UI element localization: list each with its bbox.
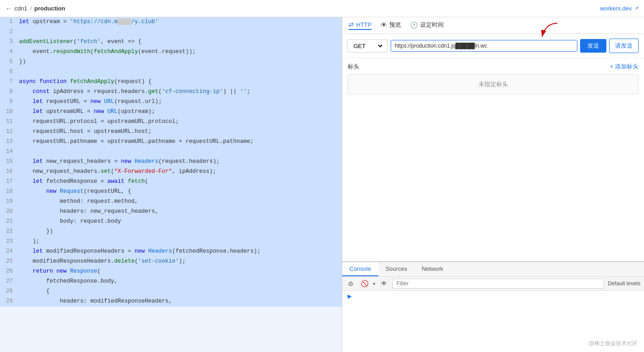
line-number: 25 xyxy=(0,257,17,266)
code-line: 15 let new_request_headers = new Headers… xyxy=(0,157,342,167)
console-filter-input[interactable] xyxy=(392,279,604,288)
code-line: 7async function fetchAndApply(request) { xyxy=(0,77,342,87)
method-dropdown[interactable]: GET POST PUT DELETE xyxy=(352,42,384,50)
line-number: 14 xyxy=(0,147,17,156)
line-code: requestURL.host = upstreamURL.host; xyxy=(17,127,342,137)
time-icon: 🕐 xyxy=(410,21,418,29)
line-number: 18 xyxy=(0,187,17,196)
dropdown-arrow-icon: ▾ xyxy=(373,281,375,286)
url-input[interactable]: https://production.cdn1.jq█████ln.wc xyxy=(391,40,577,52)
code-line: 17 let fetchedResponse = await fetch( xyxy=(0,177,342,187)
tab-preview-label: 预览 xyxy=(389,21,401,29)
line-number: 2 xyxy=(0,27,17,36)
line-code: addEventListener('fetch', event => { xyxy=(17,37,342,47)
watermark: @稀土掘金技术社区 xyxy=(589,340,638,347)
line-code: modifiedResponseHeaders.delete('set-cook… xyxy=(17,257,342,266)
console-block-button[interactable]: 🚫 xyxy=(359,279,369,288)
tab-time[interactable]: 🕐 设定时间 xyxy=(410,21,444,30)
code-line: 20 headers: new_request_headers, xyxy=(0,207,342,217)
tab-preview[interactable]: 👁 预览 xyxy=(381,21,401,30)
code-line: 12 requestURL.host = upstreamURL.host; xyxy=(0,127,342,137)
external-link-icon[interactable]: ↗ xyxy=(634,5,639,11)
tab-http-label: HTTP xyxy=(356,21,372,28)
line-number: 8 xyxy=(0,87,17,96)
code-line: 8 const ipAddress = request.headers.get(… xyxy=(0,87,342,97)
tab-time-label: 设定时间 xyxy=(420,21,444,29)
line-number: 9 xyxy=(0,97,17,106)
headers-section: 标头 + 添加标头 未指定标头 xyxy=(342,58,644,261)
console-eye-button[interactable]: 👁 xyxy=(379,279,389,288)
code-line: 23 ); xyxy=(0,237,342,247)
line-code: event.respondWith(fetchAndApply(event.re… xyxy=(17,47,342,57)
code-line: 11 requestURL.protocol = upstreamURL.pro… xyxy=(0,117,342,127)
code-line: 22 }) xyxy=(0,227,342,237)
line-number: 7 xyxy=(0,77,17,86)
line-number: 22 xyxy=(0,227,17,236)
top-bar: ← cdn1 / production workers.dev ↗ xyxy=(0,0,644,17)
line-code: }) xyxy=(17,227,342,236)
line-number: 24 xyxy=(0,247,17,256)
bottom-tab-console[interactable]: Console xyxy=(342,262,378,276)
tab-http[interactable]: ⇄ HTTP xyxy=(349,21,372,30)
line-code: headers: new_request_headers, xyxy=(17,207,342,216)
code-line: 28 { xyxy=(0,287,342,297)
http-icon: ⇄ xyxy=(349,21,354,28)
back-icon[interactable]: ← xyxy=(5,5,12,12)
line-number: 13 xyxy=(0,137,17,146)
line-code: new_request_headers.set("X-Forwarded-For… xyxy=(17,167,342,176)
line-code: let upstreamURL = new URL(upstream); xyxy=(17,107,342,117)
line-code: { xyxy=(17,287,342,296)
line-number: 29 xyxy=(0,297,17,306)
line-number: 15 xyxy=(0,157,17,166)
line-code: }) xyxy=(17,57,342,67)
line-code: headers: modifiedResponseHeaders, xyxy=(17,297,342,306)
add-header-button[interactable]: + 添加标头 xyxy=(610,63,639,71)
code-line: 13 requestURL.pathname = upstreamURL.pat… xyxy=(0,137,342,147)
line-code: async function fetchAndApply(request) { xyxy=(17,77,342,87)
line-number: 11 xyxy=(0,117,17,126)
line-number: 4 xyxy=(0,47,17,56)
line-number: 21 xyxy=(0,217,17,226)
preview-icon: 👁 xyxy=(381,21,387,29)
bottom-tab-network[interactable]: Network xyxy=(414,262,450,276)
right-panel: ⇄ HTTP 👁 预览 🕐 设定时间 GET POST PUT DELETE xyxy=(342,17,644,352)
code-line: 29 headers: modifiedResponseHeaders, xyxy=(0,297,342,307)
line-number: 19 xyxy=(0,197,17,206)
default-levels-label: Default levels xyxy=(608,280,640,287)
code-line: 19 method: request.method, xyxy=(0,197,342,207)
method-select[interactable]: GET POST PUT DELETE xyxy=(348,39,388,53)
line-code: new Request(requestURL, { xyxy=(17,187,342,196)
line-number: 16 xyxy=(0,167,17,176)
line-code: return new Response( xyxy=(17,267,342,276)
code-line: 5}) xyxy=(0,57,342,67)
bottom-tab-sources[interactable]: Sources xyxy=(378,262,415,276)
code-line: 24 let modifiedResponseHeaders = new Hea… xyxy=(0,247,342,257)
breadcrumb-root[interactable]: cdn1 xyxy=(15,5,27,12)
code-editor: 1let upstream = 'https://cdn.m████/y.clu… xyxy=(0,17,342,352)
code-line: 2 xyxy=(0,27,342,37)
line-code: let fetchedResponse = await fetch( xyxy=(17,177,342,186)
code-line: 3addEventListener('fetch', event => { xyxy=(0,37,342,47)
send-button[interactable]: 发送 xyxy=(580,39,606,53)
line-number: 3 xyxy=(0,37,17,46)
line-number: 23 xyxy=(0,237,17,246)
bottom-tabs: ConsoleSourcesNetwork xyxy=(342,262,644,277)
line-code: requestURL.protocol = upstreamURL.protoc… xyxy=(17,117,342,127)
workers-link[interactable]: workers.dev xyxy=(600,5,632,12)
send-button2[interactable]: 请发送 xyxy=(609,39,639,53)
line-number: 27 xyxy=(0,277,17,286)
no-headers-placeholder: 未指定标头 xyxy=(348,74,639,94)
bottom-section: ConsoleSourcesNetwork ⊘ 🚫 ▾ 👁 Default le… xyxy=(342,261,644,352)
console-expand-icon[interactable]: ▶ xyxy=(346,292,353,300)
line-number: 6 xyxy=(0,67,17,76)
http-toolbar: ⇄ HTTP 👁 预览 🕐 设定时间 xyxy=(342,17,644,34)
code-line: 6 xyxy=(0,67,342,77)
code-line: 1let upstream = 'https://cdn.m████/y.clu… xyxy=(0,17,342,27)
line-code: let requestURL = new URL(request.url); xyxy=(17,97,342,107)
workers-link-area: workers.dev ↗ xyxy=(600,5,639,12)
line-number: 26 xyxy=(0,267,17,276)
line-code: body: request.body xyxy=(17,217,342,226)
headers-label: 标头 xyxy=(348,63,359,71)
code-line: 14 xyxy=(0,147,342,157)
console-clear-button[interactable]: ⊘ xyxy=(346,279,356,288)
